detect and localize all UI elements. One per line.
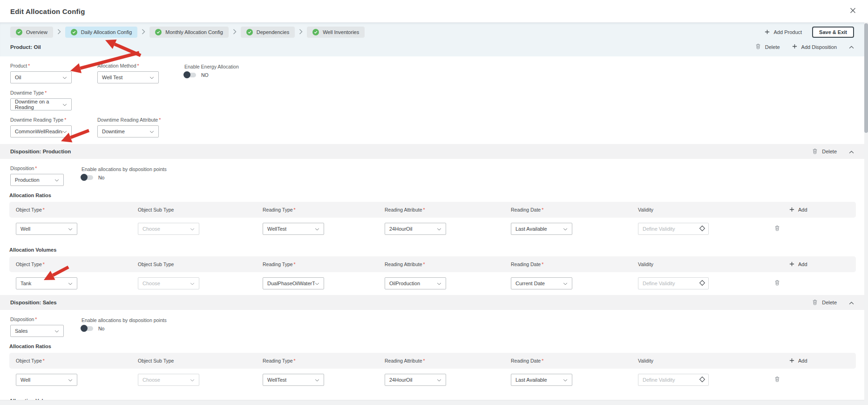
close-icon (850, 7, 856, 15)
col-reading-type: Reading Type* (263, 207, 385, 213)
add-row-button[interactable]: Add (789, 358, 849, 364)
reading-attribute-select[interactable]: OilProduction (385, 277, 446, 289)
chevron-down-icon (54, 328, 59, 334)
plus-icon (765, 29, 770, 35)
col-object-type: Object Type* (16, 261, 138, 267)
table-row: Well Choose WellTest 24HourOil Last Avai… (9, 369, 856, 391)
chevron-down-icon (190, 377, 195, 383)
chevron-down-icon (68, 377, 73, 383)
dialog-header: Edit Allocation Config (0, 0, 868, 22)
delete-row-button[interactable] (774, 280, 849, 287)
disposition-points-label: Enable allocations by disposition points (81, 317, 167, 323)
step-overview[interactable]: Overview (10, 27, 53, 38)
collapse-disposition-button[interactable] (849, 148, 854, 155)
object-sub-type-select[interactable]: Choose (138, 374, 199, 386)
scrollbar-thumb[interactable] (864, 23, 868, 133)
reading-date-select[interactable]: Current Date (511, 277, 572, 289)
step-dependencies[interactable]: Dependencies (241, 27, 295, 38)
plus-icon (789, 261, 794, 268)
product-section-title: Product: Oil (10, 44, 41, 50)
col-validity: Validity (638, 207, 771, 213)
chevron-down-icon (190, 226, 195, 232)
add-disposition-button[interactable]: Add Disposition (792, 44, 837, 50)
plus-icon (789, 207, 794, 213)
allocation-method-select[interactable]: Well Test (97, 71, 159, 83)
object-type-select[interactable]: Well (16, 374, 77, 386)
downtime-reading-attribute-select[interactable]: Downtime (97, 125, 159, 137)
add-row-button[interactable]: Add (789, 207, 849, 213)
disposition-points-toggle[interactable] (81, 175, 93, 180)
stepper: Overview Daily Allocation Config Monthly… (10, 27, 365, 38)
chevron-down-icon (149, 75, 154, 80)
chevron-down-icon (190, 281, 195, 286)
col-reading-attribute: Reading Attribute* (385, 358, 511, 364)
validity-input[interactable]: Define Validity (638, 277, 709, 289)
col-reading-type: Reading Type* (263, 358, 385, 364)
downtime-type-select[interactable]: Downtime on a Reading (10, 98, 72, 110)
disposition-label: Disposition* (10, 165, 81, 171)
delete-disposition-button[interactable]: Delete (812, 148, 837, 155)
disposition-points-value: No (98, 175, 104, 180)
enable-energy-allocation-label: Enable Energy Allocation (184, 64, 239, 69)
object-type-select[interactable]: Well (16, 223, 77, 235)
disposition-select[interactable]: Production (10, 174, 64, 186)
plus-icon (792, 44, 797, 50)
validity-input[interactable]: Define Validity (638, 223, 709, 235)
reading-type-select[interactable]: WellTest (263, 223, 324, 235)
collapse-disposition-button[interactable] (849, 299, 854, 306)
object-type-select[interactable]: Tank (16, 277, 77, 289)
enable-energy-allocation-toggle[interactable] (184, 73, 196, 77)
reading-type-select[interactable]: WellTest (263, 374, 324, 386)
chevron-down-icon (437, 281, 441, 286)
close-button[interactable] (850, 7, 856, 15)
diamond-icon (698, 279, 706, 288)
downtime-reading-type-select[interactable]: CommonWellReading (10, 125, 72, 137)
vertical-scrollbar[interactable] (864, 22, 868, 405)
object-sub-type-select[interactable]: Choose (138, 223, 199, 235)
chevron-down-icon (437, 226, 441, 232)
table-row: Tank Choose DualPhaseOilWaterTank... Oil… (9, 272, 856, 295)
disposition-select[interactable]: Sales (10, 325, 64, 337)
chevron-down-icon (563, 226, 568, 232)
col-reading-date: Reading Date* (511, 207, 638, 213)
col-reading-attribute: Reading Attribute* (385, 261, 511, 267)
page-title: Edit Allocation Config (10, 7, 85, 15)
save-exit-button[interactable]: Save & Exit (812, 27, 854, 38)
delete-row-button[interactable] (774, 376, 849, 384)
trash-icon (774, 376, 780, 384)
chevron-down-icon (315, 377, 319, 383)
reading-date-select[interactable]: Last Available (511, 374, 572, 386)
delete-disposition-button[interactable]: Delete (812, 299, 837, 306)
add-product-button[interactable]: Add Product (765, 29, 802, 35)
reading-date-select[interactable]: Last Available (511, 223, 572, 235)
disposition-production-form: Disposition* Production Enable allocatio… (0, 159, 864, 186)
chevron-down-icon (62, 102, 67, 107)
object-sub-type-select[interactable]: Choose (138, 277, 199, 289)
enable-energy-allocation-value: NO (201, 72, 209, 78)
downtime-type-label: Downtime Type* (10, 90, 97, 96)
validity-input[interactable]: Define Validity (638, 374, 709, 386)
delete-row-button[interactable] (774, 225, 849, 233)
collapse-product-section-button[interactable] (849, 43, 854, 50)
col-object-sub-type: Object Sub Type (138, 261, 263, 267)
col-object-type: Object Type* (16, 207, 138, 213)
step-monthly-allocation-config[interactable]: Monthly Allocation Config (149, 27, 229, 38)
step-daily-allocation-config[interactable]: Daily Allocation Config (65, 27, 137, 38)
product-select[interactable]: Oil (10, 71, 72, 83)
disposition-label: Disposition* (10, 316, 81, 322)
chevron-right-icon (299, 28, 303, 36)
step-well-inventories[interactable]: Well Inventories (307, 27, 365, 38)
chevron-down-icon (62, 129, 67, 134)
reading-attribute-select[interactable]: 24HourOil (385, 374, 446, 386)
reading-type-select[interactable]: DualPhaseOilWaterTank... (263, 277, 324, 289)
allocation-method-label: Allocation Method* (97, 63, 184, 69)
diamond-icon (698, 224, 706, 233)
chevron-up-icon (849, 299, 854, 306)
delete-product-button[interactable]: Delete (755, 43, 780, 50)
trash-icon (774, 225, 780, 233)
reading-attribute-select[interactable]: 24HourOil (385, 223, 446, 235)
edit-allocation-config-dialog: Edit Allocation Config Overview Daily A (0, 0, 868, 405)
chevron-down-icon (68, 226, 73, 232)
disposition-points-toggle[interactable] (81, 326, 93, 331)
add-row-button[interactable]: Add (789, 261, 849, 268)
